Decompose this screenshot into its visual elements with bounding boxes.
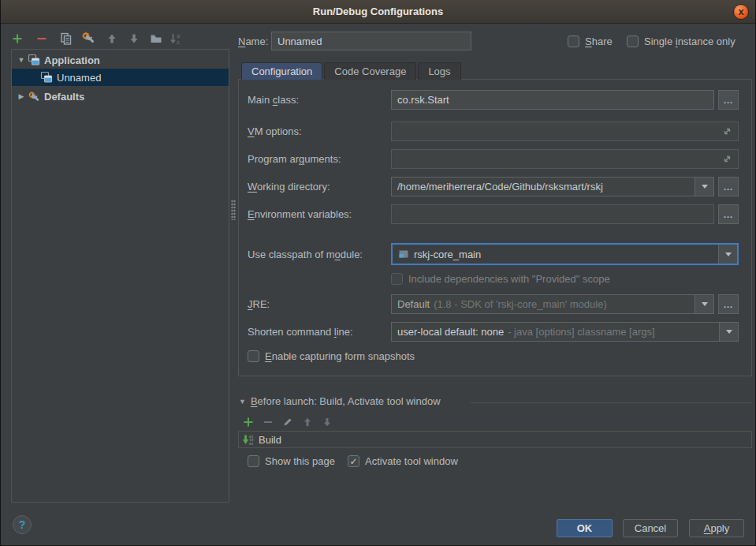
jre-browse-button[interactable]: ... <box>718 294 739 314</box>
vm-options-input[interactable] <box>391 122 739 141</box>
before-launch-move-down-button[interactable] <box>320 415 334 429</box>
tree-item-defaults[interactable]: ▶ Defaults <box>12 88 229 105</box>
window-close-button[interactable]: x <box>733 4 749 20</box>
tree-item-label: Defaults <box>44 91 84 103</box>
tree-item-label: Application <box>44 54 100 66</box>
classpath-module-combo[interactable]: rskj-core_main <box>391 243 739 265</box>
create-folder-button[interactable] <box>149 32 163 46</box>
jre-value-primary: Default <box>397 298 430 310</box>
dropdown-button[interactable] <box>719 323 738 341</box>
single-instance-checkbox[interactable] <box>627 36 639 47</box>
chevron-down-icon <box>702 302 708 306</box>
name-input[interactable]: Unnamed <box>271 32 471 50</box>
collapse-arrow-icon[interactable]: ▼ <box>239 398 246 406</box>
show-this-page-checkbox[interactable] <box>248 455 259 467</box>
activate-tool-window-checkbox[interactable]: ✓ <box>348 455 359 467</box>
copy-configuration-button[interactable] <box>59 32 73 46</box>
before-launch-header: Before launch: Build, Activate tool wind… <box>251 395 441 407</box>
before-launch-remove-button[interactable] <box>261 415 275 429</box>
environment-variables-input[interactable] <box>391 204 714 224</box>
name-label: Name: <box>238 36 271 47</box>
dropdown-button[interactable] <box>695 295 713 313</box>
chevron-down-icon <box>702 185 708 189</box>
sort-configurations-button[interactable]: a z <box>169 32 184 46</box>
copy-icon <box>60 32 73 45</box>
ok-label: OK <box>577 522 593 534</box>
splitter-handle[interactable] <box>231 200 236 220</box>
main-class-label: Main class: <box>248 94 391 106</box>
environment-variables-label: Environment variables: <box>248 208 391 220</box>
classpath-module-label: Use classpath of module: <box>248 249 391 260</box>
shorten-value-primary: user-local default: none <box>397 326 504 338</box>
edit-defaults-button[interactable] <box>81 31 95 45</box>
add-icon <box>243 417 254 428</box>
working-directory-value: /home/meriherrera/Code/Github/rsksmart/r… <box>392 178 695 196</box>
chevron-down-icon <box>725 252 732 256</box>
sort-alpha-icon: a z <box>169 32 184 45</box>
expand-field-icon[interactable] <box>722 154 732 164</box>
capture-snapshots-checkbox[interactable] <box>248 350 259 362</box>
share-label: Share <box>585 36 613 47</box>
tab-label: Logs <box>428 65 450 77</box>
cancel-label: Cancel <box>635 522 666 534</box>
remove-configuration-button[interactable] <box>35 32 49 46</box>
working-directory-combo[interactable]: /home/meriherrera/Code/Github/rsksmart/r… <box>391 177 714 196</box>
add-configuration-button[interactable] <box>10 32 24 46</box>
apply-label: Apply <box>704 522 730 534</box>
program-arguments-input[interactable] <box>391 149 739 169</box>
vm-options-label: VM options: <box>248 125 391 137</box>
move-down-icon <box>128 32 140 45</box>
ellipsis-icon: ... <box>724 210 733 219</box>
titlebar: Run/Debug Configurations x <box>1 0 755 24</box>
move-up-button[interactable] <box>105 32 119 46</box>
chevron-down-icon[interactable]: ▼ <box>17 56 26 64</box>
tree-item-application[interactable]: ▼ Application <box>12 51 229 69</box>
help-button[interactable]: ? <box>13 515 32 534</box>
before-launch-task-row[interactable]: 01 10 01 Build <box>238 431 752 448</box>
ok-button[interactable]: OK <box>557 519 613 537</box>
name-value: Unnamed <box>277 36 322 47</box>
edit-icon <box>282 417 293 428</box>
main-class-browse-button[interactable]: ... <box>718 90 739 110</box>
shorten-command-line-label: Shorten command line: <box>248 326 391 338</box>
apply-button[interactable]: Apply <box>689 519 744 537</box>
tree-item-label: Unnamed <box>57 72 101 84</box>
defaults-icon <box>28 90 40 103</box>
folder-icon <box>150 32 162 45</box>
help-icon: ? <box>19 518 26 531</box>
expand-field-icon[interactable] <box>722 126 732 136</box>
single-instance-label: Single instance only <box>644 36 736 47</box>
before-launch-edit-button[interactable] <box>281 415 295 429</box>
shorten-command-line-combo[interactable]: user-local default: none - java [options… <box>391 322 739 342</box>
include-provided-label: Include dependencies with "Provided" sco… <box>408 273 610 285</box>
check-icon: ✓ <box>349 457 357 466</box>
module-icon <box>398 249 409 260</box>
jre-combo[interactable]: Default (1.8 - SDK of 'rskj-core_main' m… <box>391 294 714 314</box>
environment-variables-browse-button[interactable]: ... <box>718 204 739 224</box>
dropdown-button[interactable] <box>718 245 737 264</box>
share-checkbox[interactable] <box>568 36 579 47</box>
move-down-button[interactable] <box>127 32 141 46</box>
add-icon <box>11 32 24 45</box>
cancel-button[interactable]: Cancel <box>623 519 678 537</box>
before-launch-move-up-button[interactable] <box>300 415 315 429</box>
include-provided-checkbox[interactable] <box>391 273 403 285</box>
tree-item-unnamed[interactable]: Unnamed <box>12 69 229 86</box>
dropdown-button[interactable] <box>695 178 713 196</box>
tab-code-coverage[interactable]: Code Coverage <box>324 62 416 80</box>
working-directory-browse-button[interactable]: ... <box>718 177 739 196</box>
remove-icon <box>263 417 274 428</box>
application-icon <box>40 71 53 84</box>
tab-logs[interactable]: Logs <box>418 62 460 80</box>
tab-configuration[interactable]: Configuration <box>241 62 322 80</box>
ellipsis-icon: ... <box>724 182 733 192</box>
jre-value-secondary: (1.8 - SDK of 'rskj-core_main' module) <box>434 298 607 310</box>
configurations-tree: ▼ Application Unnamed ▶ <box>11 49 229 503</box>
section-divider <box>471 402 752 403</box>
activate-tool-window-label: Activate tool window <box>365 455 458 467</box>
main-class-input[interactable]: co.rsk.Start <box>391 90 714 110</box>
window-title: Run/Debug Configurations <box>313 6 443 17</box>
main-class-value: co.rsk.Start <box>397 94 449 106</box>
before-launch-add-button[interactable] <box>241 415 255 429</box>
chevron-right-icon[interactable]: ▶ <box>17 92 26 100</box>
